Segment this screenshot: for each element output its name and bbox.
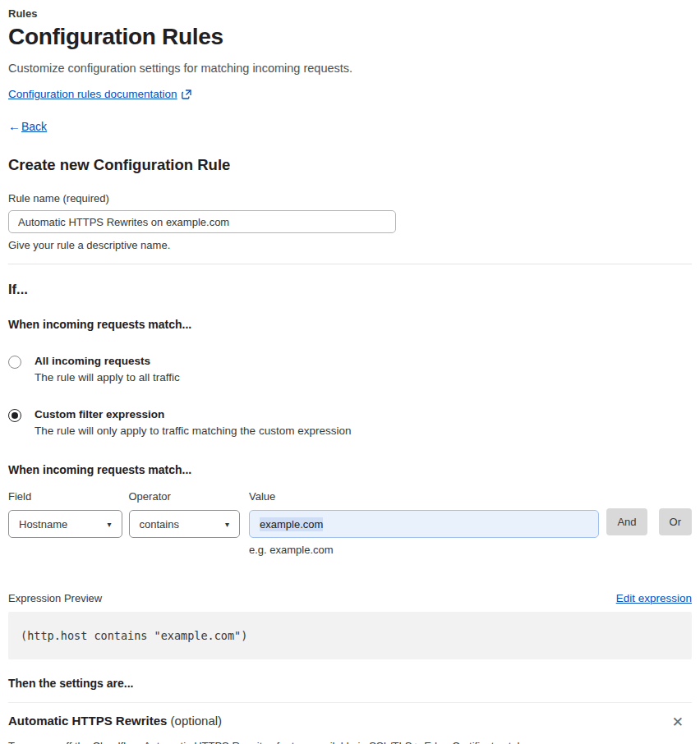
breadcrumb: Rules <box>8 7 692 20</box>
expression-builder-row: Field Hostname ▾ Operator contains ▾ Val… <box>8 490 692 556</box>
field-select-value: Hostname <box>19 518 67 530</box>
back-link[interactable]: ← Back <box>8 119 692 133</box>
radio-custom-filter-expression[interactable]: Custom filter expression The rule will o… <box>8 408 692 437</box>
external-link-icon <box>182 90 191 99</box>
expression-preview-code: (http.host contains "example.com") <box>8 612 692 659</box>
operator-select-value: contains <box>140 518 179 530</box>
expression-preview-label: Expression Preview <box>8 592 102 604</box>
radio-all-incoming-requests[interactable]: All incoming requests The rule will appl… <box>8 355 692 383</box>
create-rule-heading: Create new Configuration Rule <box>8 156 692 174</box>
page-title: Configuration Rules <box>8 24 692 50</box>
value-helper: e.g. example.com <box>249 544 599 556</box>
radio-button-checked[interactable] <box>8 409 21 422</box>
edit-expression-link[interactable]: Edit expression <box>616 592 692 604</box>
section-divider <box>8 264 692 264</box>
setting-name: Automatic HTTPS Rewrites <box>8 714 167 728</box>
value-label: Value <box>249 490 599 503</box>
then-settings-heading: Then the settings are... <box>8 677 692 690</box>
back-link-label[interactable]: Back <box>21 120 47 133</box>
value-input-text: example.com <box>260 517 323 531</box>
rule-name-helper: Give your rule a descriptive name. <box>8 239 692 251</box>
setting-title: Automatic HTTPS Rewrites (optional) <box>8 714 222 728</box>
rule-name-label: Rule name (required) <box>8 192 692 204</box>
radio-description: The rule will only apply to traffic matc… <box>35 425 351 437</box>
docs-link[interactable]: Configuration rules documentation <box>8 88 177 100</box>
and-button[interactable]: And <box>606 508 647 535</box>
request-match-radio-group: All incoming requests The rule will appl… <box>8 355 692 437</box>
operator-select[interactable]: contains ▾ <box>129 510 241 538</box>
back-arrow-icon: ← <box>8 119 21 133</box>
setting-description: Turn on or off the Cloudflare Automatic … <box>8 740 692 744</box>
setting-optional-label: (optional) <box>167 714 222 728</box>
field-select[interactable]: Hostname ▾ <box>8 510 122 538</box>
radio-button-unchecked[interactable] <box>8 356 21 369</box>
close-icon[interactable]: ✕ <box>669 714 687 731</box>
rule-name-input[interactable] <box>8 210 396 233</box>
or-button[interactable]: Or <box>659 508 692 535</box>
match-heading: When incoming requests match... <box>8 318 692 331</box>
radio-label: Custom filter expression <box>35 408 351 420</box>
if-heading: If... <box>8 282 692 297</box>
configuration-rules-page: Rules Configuration Rules Customize conf… <box>0 0 700 744</box>
value-input[interactable]: example.com <box>249 510 599 538</box>
chevron-down-icon: ▾ <box>225 520 229 529</box>
expression-builder-heading: When incoming requests match... <box>8 463 692 476</box>
operator-label: Operator <box>129 490 241 503</box>
page-subtitle: Customize configuration settings for mat… <box>8 62 692 75</box>
radio-description: The rule will apply to all traffic <box>35 371 180 383</box>
field-label: Field <box>8 490 122 503</box>
setting-divider <box>8 702 692 703</box>
radio-label: All incoming requests <box>35 355 180 367</box>
chevron-down-icon: ▾ <box>107 520 111 529</box>
